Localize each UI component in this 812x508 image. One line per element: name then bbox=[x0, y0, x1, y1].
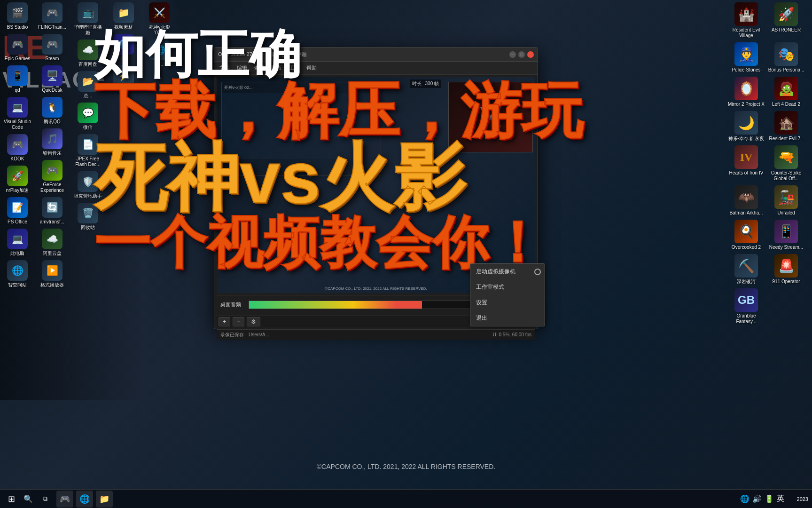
icon-quicdesk[interactable]: 🖥️ QuicDesk bbox=[36, 65, 69, 93]
taskbar-system-tray: 🌐 🔊 🔋 英 2023 bbox=[740, 494, 808, 504]
icon-ps-office[interactable]: 📝 PS Office bbox=[1, 197, 34, 225]
icon-alicloud[interactable]: ☁️ 阿里云盘 bbox=[36, 229, 69, 256]
icon-bs-studio[interactable]: 🎬 BS Studio bbox=[1, 2, 34, 30]
taskbar-start-area: ⊞ 🔍 ⧉ bbox=[4, 492, 53, 507]
obs-context-menu: 启动虚拟摄像机 工作室模式 设置 退出 bbox=[470, 263, 545, 326]
icon-hearts-of-iron[interactable]: IV Hearts of Iron IV bbox=[727, 145, 765, 182]
right-icons-panel: 🏰 Resident Evil Village 🚀 ASTRONEER 👮 Po… bbox=[725, 0, 812, 331]
taskbar-app-edge[interactable]: 🌐 bbox=[76, 491, 93, 508]
copyright-text: ©CAPCOM CO., LTD. 2021, 2022 ALL RIGHTS … bbox=[317, 463, 495, 470]
context-menu-exit[interactable]: 退出 bbox=[470, 310, 545, 326]
obs-add-source-button[interactable]: + bbox=[219, 317, 230, 326]
icon-deep-rock[interactable]: ⛏️ 深岩银河 bbox=[727, 254, 765, 285]
taskbar-app-explorer[interactable]: 📁 bbox=[96, 491, 113, 508]
taskbar-clock[interactable]: 2023 bbox=[787, 496, 808, 502]
icon-this-pc[interactable]: 💻 此电脑 bbox=[1, 229, 34, 256]
icon-l4d2[interactable]: 🧟 Left 4 Dead 2 bbox=[767, 77, 805, 107]
icon-kook[interactable]: 🎮 KOOK bbox=[1, 134, 34, 162]
title-line-howto: 如何正确 bbox=[94, 28, 709, 80]
obs-meter-fill bbox=[249, 301, 422, 309]
icon-unrailed[interactable]: 🚂 Unrailed bbox=[767, 185, 805, 216]
obs-audio-label: 桌面音频 bbox=[220, 301, 246, 308]
icon-steam[interactable]: 🎮 Steam bbox=[36, 34, 69, 62]
context-menu-settings[interactable]: 设置 bbox=[470, 295, 545, 310]
taskbar-network-icon[interactable]: 🌐 bbox=[740, 494, 750, 503]
icon-csgo[interactable]: 🔫 Counter-Strike Global Off... bbox=[767, 145, 805, 182]
icon-batman[interactable]: 🦇 Batman Arkha... bbox=[727, 185, 765, 216]
icon-format-player[interactable]: ▶️ 格式播放器 bbox=[36, 260, 69, 288]
title-line-download: 下载，解压，游玩 bbox=[94, 80, 709, 141]
title-line-game: 死神vs火影 bbox=[94, 141, 709, 214]
gear-icon bbox=[534, 269, 541, 275]
title-line-tutorial: 一个视频教会你！ bbox=[94, 214, 709, 270]
icon-911-operator[interactable]: 🚨 911 Operator bbox=[767, 254, 805, 285]
icon-police-stories[interactable]: 👮 Police Stories bbox=[727, 42, 765, 73]
icon-mirror2[interactable]: 🪞 Mirror 2 Project X bbox=[727, 77, 765, 107]
main-title-overlay: 如何正确 下载，解压，游玩 死神vs火影 一个视频教会你！ bbox=[94, 28, 709, 270]
taskbar: ⊞ 🔍 ⧉ 🎮 🌐 📁 🌐 🔊 🔋 英 2023 bbox=[0, 489, 812, 508]
taskbar-battery-icon[interactable]: 🔋 bbox=[765, 494, 774, 503]
taskbar-pinned-apps: 🎮 🌐 📁 bbox=[56, 491, 740, 508]
context-menu-studio-mode[interactable]: 工作室模式 bbox=[470, 279, 545, 295]
icon-kugou[interactable]: 🎵 酷狗音乐 bbox=[36, 128, 69, 156]
taskbar-task-view[interactable]: ⧉ bbox=[38, 492, 53, 507]
icon-resident-evil-village[interactable]: 🏰 Resident Evil Village bbox=[727, 2, 765, 39]
icon-fling[interactable]: 🎮 FLINGTrain... bbox=[36, 2, 69, 30]
icon-kagura[interactable]: 🌙 神乐·幸存者·永夜 bbox=[727, 111, 765, 142]
icon-nrplay[interactable]: 🚀 nrPlay加速 bbox=[1, 166, 34, 193]
obs-status-bar: 录像已保存 Users/A... U: 0.5%, 60.00 fps bbox=[217, 329, 535, 340]
obs-performance-stats: U: 0.5%, 60.00 fps bbox=[493, 332, 531, 337]
icon-astroneer[interactable]: 🚀 ASTRONEER bbox=[767, 2, 805, 39]
taskbar-search-button[interactable]: 🔍 bbox=[21, 492, 36, 507]
icon-epic[interactable]: 🎮 Epic Games bbox=[1, 34, 34, 62]
icon-needy-streamer[interactable]: 📱 Needy Stream... bbox=[767, 220, 805, 250]
icon-granblue[interactable]: GB Granblue Fantasy... bbox=[727, 288, 765, 325]
obs-save-path: Users/A... bbox=[249, 332, 269, 337]
icon-bonus-persona[interactable]: 🎭 Bonus Persona... bbox=[767, 42, 805, 73]
icon-space-station[interactable]: 🌐 智空间站 bbox=[1, 260, 34, 288]
icon-qd[interactable]: 📱 qd bbox=[1, 65, 34, 93]
taskbar-language-indicator[interactable]: 英 bbox=[777, 494, 784, 504]
icon-amv[interactable]: 🔄 amvtransf... bbox=[36, 197, 69, 225]
icon-visual-code[interactable]: 💻 Visual Studio Code bbox=[1, 97, 34, 130]
obs-save-status: 录像已保存 bbox=[220, 332, 244, 338]
obs-remove-source-button[interactable]: − bbox=[233, 317, 244, 326]
taskbar-app-steam[interactable]: 🎮 bbox=[56, 491, 73, 508]
icon-re7[interactable]: 🏚️ Resident Evil 7 - bbox=[767, 111, 805, 142]
obs-settings-source-button[interactable]: ⚙ bbox=[247, 317, 260, 326]
obs-audio-meter bbox=[249, 301, 490, 309]
icon-geforce[interactable]: 🎮 GeForce Experience bbox=[36, 160, 69, 193]
icon-tencent-qq[interactable]: 🐧 腾讯QQ bbox=[36, 97, 69, 125]
icon-overcooked2[interactable]: 🍳 Overcooked 2 bbox=[727, 220, 765, 250]
taskbar-start-button[interactable]: ⊞ bbox=[4, 492, 19, 507]
taskbar-volume-icon[interactable]: 🔊 bbox=[752, 494, 762, 503]
context-menu-virtual-camera[interactable]: 启动虚拟摄像机 bbox=[470, 264, 545, 279]
